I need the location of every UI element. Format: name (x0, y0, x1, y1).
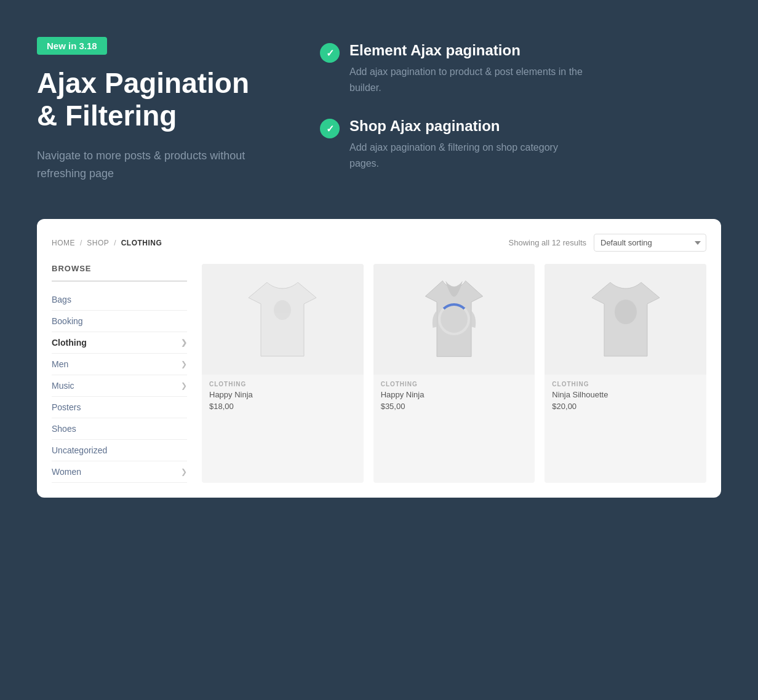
sidebar-item-label-bags: Bags (52, 295, 71, 304)
breadcrumb-sep-1: / (80, 239, 82, 247)
version-badge: New in 3.18 (37, 37, 107, 55)
hero-column: New in 3.18 Ajax Pagination & Filtering … (37, 37, 271, 182)
sidebar-item-label-clothing: Clothing (52, 338, 87, 348)
product-image-2 (373, 264, 535, 375)
product-price-3: $20,00 (552, 402, 699, 411)
showing-results-text: Showing all 12 results (509, 238, 586, 247)
sidebar-item-men[interactable]: Men ❯ (52, 354, 187, 375)
chevron-down-icon-music: ❯ (181, 381, 187, 390)
product-category-3: CLOTHING (552, 381, 699, 388)
product-info-3: CLOTHING Ninja Silhouette $20,00 (545, 375, 706, 417)
sidebar-item-bags[interactable]: Bags (52, 289, 187, 311)
feature-title-2: Shop Ajax pagination (349, 117, 583, 135)
product-name-2: Happy Ninja (381, 390, 528, 399)
product-card-1[interactable]: CLOTHING Happy Ninja $18,00 (202, 264, 364, 483)
hero-title: Ajax Pagination & Filtering (37, 67, 271, 132)
product-card-2[interactable]: CLOTHING Happy Ninja $35,00 (373, 264, 535, 483)
sidebar-item-label-uncategorized: Uncategorized (52, 445, 107, 455)
loading-spinner (438, 303, 470, 335)
sidebar-item-booking[interactable]: Booking (52, 311, 187, 332)
breadcrumb-left: HOME / SHOP / CLOTHING (52, 239, 162, 247)
sidebar-item-posters[interactable]: Posters (52, 397, 187, 418)
sidebar-item-label-posters: Posters (52, 402, 81, 412)
sidebar-item-clothing[interactable]: Clothing ❯ (52, 332, 187, 354)
product-price-2: $35,00 (381, 402, 528, 411)
breadcrumb-shop[interactable]: SHOP (87, 239, 109, 247)
sidebar-item-shoes[interactable]: Shoes (52, 418, 187, 440)
sidebar-item-label-men: Men (52, 359, 68, 369)
product-info-2: CLOTHING Happy Ninja $35,00 (373, 375, 535, 417)
product-category-1: CLOTHING (209, 381, 356, 388)
chevron-down-icon-men: ❯ (181, 360, 187, 368)
sidebar-item-label-booking: Booking (52, 316, 83, 326)
breadcrumb-sep-2: / (114, 239, 116, 247)
top-section: New in 3.18 Ajax Pagination & Filtering … (37, 37, 721, 182)
check-icon-1 (320, 43, 340, 63)
sidebar-item-label-shoes: Shoes (52, 424, 76, 434)
product-grid: CLOTHING Happy Ninja $18,00 (202, 264, 706, 483)
feature-desc-2: Add ajax pagination & filtering on shop … (349, 140, 583, 171)
svg-point-0 (274, 300, 291, 320)
product-price-1: $18,00 (209, 402, 356, 411)
product-image-3 (545, 264, 706, 375)
feature-desc-1: Add ajax pagination to product & post el… (349, 64, 583, 95)
product-info-1: CLOTHING Happy Ninja $18,00 (202, 375, 364, 417)
feature-text-1: Element Ajax pagination Add ajax paginat… (349, 42, 583, 95)
product-category-2: CLOTHING (381, 381, 528, 388)
features-column: Element Ajax pagination Add ajax paginat… (320, 37, 721, 171)
sidebar-item-label-music: Music (52, 381, 74, 391)
breadcrumb-current: CLOTHING (121, 239, 162, 247)
sidebar-item-uncategorized[interactable]: Uncategorized (52, 440, 187, 461)
shop-layout: BROWSE Bags Booking Clothing ❯ Men ❯ Mus… (52, 264, 706, 483)
product-card-3[interactable]: CLOTHING Ninja Silhouette $20,00 (545, 264, 706, 483)
sidebar-item-women[interactable]: Women ❯ (52, 461, 187, 483)
feature-text-2: Shop Ajax pagination Add ajax pagination… (349, 117, 583, 171)
breadcrumb-home[interactable]: HOME (52, 239, 75, 247)
feature-item-2: Shop Ajax pagination Add ajax pagination… (320, 117, 721, 171)
feature-item-1: Element Ajax pagination Add ajax paginat… (320, 42, 721, 95)
breadcrumb-row: HOME / SHOP / CLOTHING Showing all 12 re… (52, 234, 706, 252)
hero-description: Navigate to more posts & products withou… (37, 147, 271, 183)
shop-sidebar: BROWSE Bags Booking Clothing ❯ Men ❯ Mus… (52, 264, 187, 483)
svg-point-1 (615, 300, 637, 324)
chevron-down-icon-clothing: ❯ (181, 338, 187, 347)
product-image-1 (202, 264, 364, 375)
browse-label: BROWSE (52, 264, 187, 273)
product-name-1: Happy Ninja (209, 390, 356, 399)
shop-demo-card: HOME / SHOP / CLOTHING Showing all 12 re… (37, 219, 721, 498)
product-name-3: Ninja Silhouette (552, 390, 699, 399)
browse-divider (52, 280, 187, 282)
chevron-down-icon-women: ❯ (181, 467, 187, 476)
feature-title-1: Element Ajax pagination (349, 42, 583, 59)
sidebar-item-music[interactable]: Music ❯ (52, 375, 187, 397)
check-icon-2 (320, 119, 340, 138)
breadcrumb-right: Showing all 12 results Default sorting S… (509, 234, 706, 252)
sidebar-item-label-women: Women (52, 467, 81, 477)
sort-select[interactable]: Default sorting Sort by popularity Sort … (594, 234, 706, 252)
